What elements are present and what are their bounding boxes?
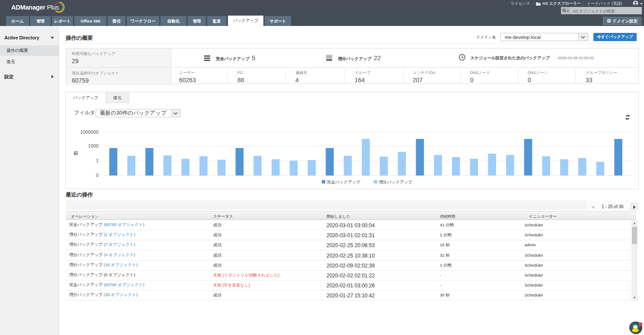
svg-text:1000: 1000 (88, 143, 99, 148)
svg-text:1000000: 1000000 (80, 129, 99, 135)
svg-text:増分バックアップ: 増分バックアップ (378, 180, 413, 184)
svg-text:0: 0 (96, 173, 99, 178)
svg-text:数: 数 (73, 151, 78, 155)
svg-text:完全バックアップ: 完全バックアップ (327, 180, 361, 184)
svg-text:1: 1 (96, 158, 99, 163)
